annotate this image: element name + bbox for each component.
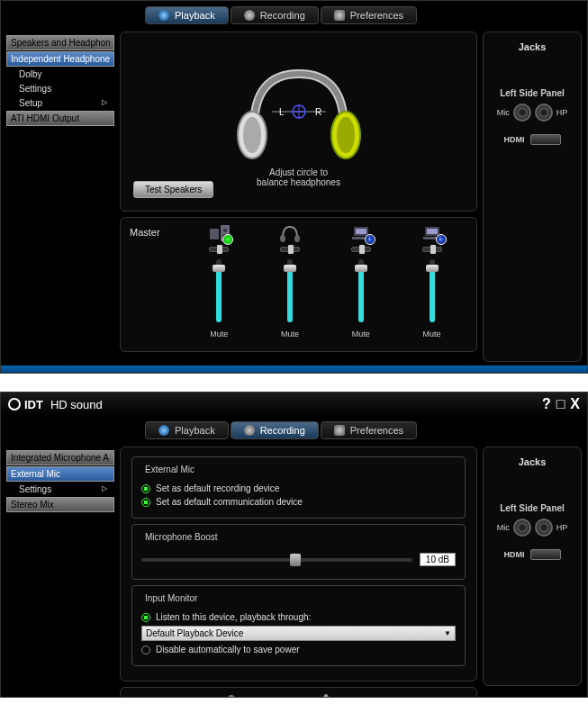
sidebar-item-stereomix[interactable]: Stereo Mix (6, 497, 114, 512)
input-monitor-group: Input Monitor Listen to this device, pla… (131, 585, 466, 666)
speaker-icon (206, 223, 231, 243)
tab-recording[interactable]: Recording (231, 421, 319, 439)
sidebar-item-settings[interactable]: Settings (6, 82, 114, 95)
tab-label: Playback (175, 425, 215, 436)
tab-label: Preferences (350, 425, 403, 436)
headphones-graphic[interactable]: L R (209, 56, 389, 164)
svg-rect-17 (356, 229, 366, 234)
mic-label: Mic (497, 523, 510, 532)
sidebar-item-extmic[interactable]: External Mic (6, 466, 114, 482)
mic-jack-icon[interactable] (513, 104, 531, 122)
mute-label[interactable]: Mute (423, 329, 441, 338)
sidebar-item-settings[interactable]: Settings (6, 483, 114, 496)
tab-bar: Playback Recording Preferences (145, 6, 587, 24)
playback-window: Playback Recording Preferences Speakers … (0, 0, 588, 374)
mic-label: Mic (497, 108, 510, 117)
option-label: Set as default recording device (156, 483, 279, 493)
channel-extra: Mute (420, 223, 445, 338)
svg-point-15 (294, 235, 300, 242)
test-speakers-button[interactable]: Test Speakers (133, 181, 213, 198)
channel-toggle[interactable] (351, 247, 371, 252)
idt-logo-icon (8, 398, 21, 411)
sidebar-item-headphone[interactable]: Independent Headphone (6, 51, 114, 67)
boost-slider[interactable] (141, 558, 412, 562)
svg-point-3 (337, 117, 355, 153)
master-label: Master (130, 693, 184, 698)
tab-playback[interactable]: Playback (145, 6, 229, 24)
hp-label: HP (556, 108, 568, 117)
channel-toggle[interactable] (422, 247, 442, 252)
hdmi-label: HDMI (504, 550, 525, 559)
hp-jack-icon[interactable] (535, 104, 553, 122)
master-label: Master (130, 223, 184, 238)
channel-system: Mute (348, 223, 374, 338)
hp-label: HP (556, 523, 568, 532)
mic-jack-icon[interactable] (513, 519, 531, 537)
group-legend: External Mic (141, 465, 198, 474)
mute-label[interactable]: Mute (352, 329, 370, 338)
preferences-icon (334, 10, 345, 21)
channel-card (408, 693, 433, 698)
mixer-panel: Master (120, 687, 477, 698)
side-panel-label: Left Side Panel (487, 88, 577, 98)
microphone-icon (313, 693, 339, 698)
volume-slider[interactable] (216, 259, 222, 322)
channel-toggle[interactable] (209, 247, 229, 252)
tab-label: Recording (260, 10, 305, 21)
default-comm-option[interactable]: Set as default communication device (141, 497, 456, 507)
preferences-icon (334, 425, 345, 436)
laptop-icon (348, 223, 374, 243)
side-panel-label: Left Side Panel (487, 503, 577, 513)
mixer-panel: Master Mute Mute (120, 217, 477, 352)
volume-slider[interactable] (287, 259, 293, 322)
download-badge-icon (436, 234, 447, 245)
default-recording-option[interactable]: Set as default recording device (141, 483, 456, 493)
listen-option[interactable]: Listen to this device, playback through: (141, 612, 456, 622)
hp-jack-icon[interactable] (535, 519, 553, 537)
channel-toggle[interactable] (280, 247, 300, 252)
svg-point-1 (243, 117, 261, 153)
headphones-icon (277, 223, 303, 243)
playback-device-dropdown[interactable]: Default Playback Device▼ (141, 626, 456, 641)
option-label: Disable automatically to save power (156, 645, 300, 654)
recording-icon (244, 10, 255, 21)
tab-recording[interactable]: Recording (231, 6, 319, 24)
check-badge-icon (222, 234, 233, 245)
tab-preferences[interactable]: Preferences (321, 421, 417, 439)
close-button[interactable]: X (570, 396, 580, 412)
tab-label: Playback (175, 10, 215, 21)
mic-device-icon (219, 693, 244, 698)
help-button[interactable]: ? (542, 396, 551, 412)
tab-preferences[interactable]: Preferences (321, 6, 417, 24)
sidebar-item-hdmi[interactable]: ATI HDMI Output (6, 111, 114, 126)
app-logo: IDT HD sound (8, 398, 103, 411)
tab-label: Recording (260, 425, 305, 436)
channel-mic2 (313, 693, 339, 698)
option-label: Set as default communication device (156, 497, 303, 507)
volume-slider[interactable] (358, 259, 364, 322)
boost-value: 10 dB (420, 553, 456, 566)
group-legend: Microphone Boost (141, 532, 222, 542)
balance-instruction: Adjust circle tobalance headphones (257, 167, 340, 187)
svg-text:L: L (279, 107, 285, 117)
tab-playback[interactable]: Playback (145, 421, 229, 439)
chevron-down-icon: ▼ (444, 629, 451, 637)
sidebar-item-intmic[interactable]: Integrated Microphone A (6, 450, 114, 465)
mute-label[interactable]: Mute (210, 329, 228, 338)
disable-auto-option[interactable]: Disable automatically to save power (141, 645, 456, 654)
sidebar-item-dolby[interactable]: Dolby (6, 68, 114, 81)
sound-card-icon (408, 693, 433, 698)
radio-icon (141, 613, 150, 622)
hdmi-port-icon[interactable] (530, 549, 561, 560)
sidebar-item-speakers[interactable]: Speakers and Headphon (6, 35, 114, 50)
group-legend: Input Monitor (141, 593, 201, 603)
maximize-button[interactable]: □ (556, 396, 565, 412)
tab-bar: Playback Recording Preferences (145, 421, 587, 439)
window-footer (1, 366, 587, 373)
radio-icon (141, 498, 150, 507)
volume-slider[interactable] (430, 259, 435, 322)
mute-label[interactable]: Mute (281, 329, 299, 338)
hdmi-port-icon[interactable] (530, 134, 561, 145)
sidebar-item-setup[interactable]: Setup (6, 96, 114, 110)
svg-rect-10 (210, 229, 219, 239)
